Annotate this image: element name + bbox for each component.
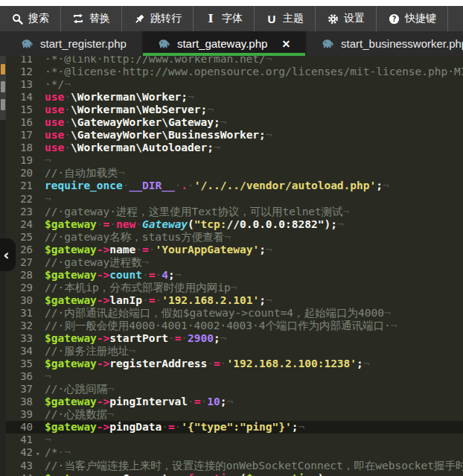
code-line[interactable]: 12·*·@license·http://www.opensource.org/…: [6, 66, 463, 78]
code-line[interactable]: 25//·gateway名称，status方便查看¬: [6, 231, 463, 244]
code-text: ·*·@link·http://www.workerman.net/¬: [45, 56, 272, 66]
line-number: 29: [6, 282, 33, 294]
code-line[interactable]: 24$gateway·=·new·Gateway("tcp://0.0.0.0:…: [6, 218, 463, 231]
code-text: $gateway->name·=·'YourAppGateway';¬: [45, 244, 272, 256]
code-line[interactable]: 21require_once·__DIR__·.·'/../../vendor/…: [6, 180, 463, 192]
code-text: $gateway->lanIp·=·'192.168.2.101';¬: [45, 294, 272, 307]
code-text: //·gateway进程数¬: [45, 256, 149, 269]
theme-button[interactable]: U 主题: [255, 6, 316, 31]
code-line[interactable]: 36¬: [6, 370, 463, 383]
tab-start-register[interactable]: start_register.php: [6, 31, 141, 56]
line-number: 21: [6, 180, 33, 192]
code-text: ¬: [45, 370, 51, 383]
line-number: 18: [6, 142, 33, 154]
sidebar-file-icon-sliver: [1, 81, 5, 92]
code-line[interactable]: 29//·本机ip，分布式部署时使用内网ip¬: [6, 282, 463, 294]
code-line[interactable]: 11·*·@link·http://www.workerman.net/¬: [6, 56, 463, 66]
search-label: 搜索: [28, 12, 49, 25]
code-line[interactable]: 35$gateway->registerAddress·=·'192.168.2…: [6, 358, 463, 370]
line-number: 41: [6, 434, 33, 446]
code-line[interactable]: 41¬: [6, 434, 463, 446]
code-line[interactable]: 27//·gateway进程数¬: [6, 256, 463, 269]
code-line[interactable]: 42▾/*·¬: [6, 446, 463, 459]
sidebar-folder-icon-sliver: [1, 64, 5, 74]
code-text: //·服务注册地址¬: [45, 345, 135, 358]
code-line[interactable]: 28$gateway->count·=·4;¬: [6, 269, 463, 282]
code-line[interactable]: 16use·\GatewayWorker\Gateway;¬: [6, 116, 463, 129]
shortcuts-label: 设置: [344, 12, 365, 25]
code-line[interactable]: 31//·内部通讯起始端口，假如$gateway->count=4，起始端口为4…: [6, 307, 463, 320]
code-line[interactable]: 33$gateway->startPort·=·2900;¬: [6, 332, 463, 345]
page-background-strip: [0, 0, 463, 6]
php-elephant-icon: [322, 39, 334, 48]
goto-line-label: 跳转行: [150, 12, 182, 25]
font-serif-I-icon: I: [205, 13, 217, 25]
line-number: 36: [6, 370, 33, 383]
tab-close-icon[interactable]: ✕: [281, 39, 290, 49]
line-number: 30: [6, 294, 33, 307]
font-label: 字体: [222, 12, 243, 25]
code-line[interactable]: 14use·\Workerman\Worker;¬: [6, 91, 463, 104]
line-number: 43: [6, 460, 33, 472]
sidebar-collapse-handle[interactable]: ‹: [0, 238, 16, 271]
code-line[interactable]: 37//·心跳间隔¬: [6, 383, 463, 396]
code-line[interactable]: 15use·\Workerman\WebServer;¬: [6, 104, 463, 116]
code-lines: 11·*·@link·http://www.workerman.net/¬12·…: [6, 56, 463, 476]
code-line[interactable]: 39//·心跳数据¬: [6, 408, 463, 421]
line-number: 33: [6, 332, 33, 345]
theme-label: 主题: [283, 12, 304, 25]
tab-label: start_register.php: [40, 37, 127, 50]
line-number: 44: [6, 472, 33, 476]
code-line[interactable]: 26$gateway->name·=·'YourAppGateway';¬: [6, 244, 463, 256]
code-line[interactable]: 44$gateway->onConnect·=·function($connec…: [6, 472, 463, 476]
settings-button[interactable]: 设置: [316, 6, 377, 31]
tab-bar: start_register.php start_gateway.php ✕ s…: [0, 31, 463, 56]
code-text: //·当客户端连接上来时，设置连接的onWebSocketConnect，即在w…: [45, 460, 463, 472]
goto-line-button[interactable]: 跳转行: [122, 6, 194, 31]
code-line[interactable]: 19¬: [6, 154, 463, 167]
code-text: $gateway->pingInterval·=·10;¬: [45, 396, 233, 408]
toolbar: 搜索 替换 跳转行 I 字体 U 主题 设置: [0, 6, 463, 31]
search-icon: [11, 13, 23, 25]
php-elephant-icon: [21, 39, 33, 48]
line-number: 23: [6, 206, 33, 218]
code-line[interactable]: 18use·\Workerman\Autoloader;¬: [6, 142, 463, 154]
code-line[interactable]: 20//·自动加载类¬: [6, 167, 463, 180]
line-number: 14: [6, 91, 33, 104]
code-text: /*·¬: [45, 446, 71, 459]
code-text: $gateway·=·new·Gateway("tcp://0.0.0.0:82…: [45, 218, 344, 231]
code-line[interactable]: 17use·\GatewayWorker\BusinessWorker;¬: [6, 129, 463, 142]
settings-gear-icon: [327, 13, 339, 25]
code-text: ¬: [45, 434, 51, 446]
editor-window: 搜索 替换 跳转行 I 字体 U 主题 设置: [0, 0, 463, 476]
code-line[interactable]: 38$gateway->pingInterval·=·10;¬: [6, 396, 463, 408]
search-button[interactable]: 搜索: [0, 6, 61, 31]
line-number: 15: [6, 104, 33, 116]
code-text: $gateway->count·=·4;¬: [45, 269, 181, 282]
replace-button[interactable]: 替换: [61, 6, 122, 31]
code-line[interactable]: 40$gateway->pingData·=·'{"type":"ping"}'…: [6, 421, 463, 434]
line-number: 13: [6, 78, 33, 91]
line-number: 31: [6, 307, 33, 320]
shortcut-keys-button[interactable]: ? 快捷键: [377, 6, 448, 31]
code-line[interactable]: 22¬: [6, 193, 463, 206]
code-text: //·自动加载类¬: [45, 167, 124, 180]
code-line[interactable]: 23//·gateway·进程，这里使用Text协议，可以用telnet测试¬: [6, 206, 463, 218]
code-text: //·内部通讯起始端口，假如$gateway->count=4，起始端口为400…: [45, 307, 391, 320]
line-number: 16: [6, 116, 33, 129]
tab-start-gateway[interactable]: start_gateway.php ✕: [141, 31, 305, 56]
line-number: 32: [6, 320, 33, 332]
line-number: 17: [6, 129, 33, 142]
code-editor[interactable]: 11·*·@link·http://www.workerman.net/¬12·…: [6, 56, 463, 476]
tab-start-businessworker[interactable]: start_businessworker.php: [305, 31, 463, 56]
code-line[interactable]: 32//·则一般会使用4000·4001·4002·4003·4个端口作为内部通…: [6, 320, 463, 332]
code-line[interactable]: 34//·服务注册地址¬: [6, 345, 463, 358]
code-line[interactable]: 13·*/¬: [6, 78, 463, 91]
line-number: 34: [6, 345, 33, 358]
code-text: use·\Workerman\Autoloader;¬: [45, 142, 220, 154]
code-line[interactable]: 30$gateway->lanIp·=·'192.168.2.101';¬: [6, 294, 463, 307]
code-line[interactable]: 43//·当客户端连接上来时，设置连接的onWebSocketConnect，即…: [6, 460, 463, 472]
line-number: 22: [6, 193, 33, 206]
font-button[interactable]: I 字体: [194, 6, 255, 31]
code-text: $gateway->pingData·=·'{"type":"ping"}';¬: [45, 421, 304, 434]
